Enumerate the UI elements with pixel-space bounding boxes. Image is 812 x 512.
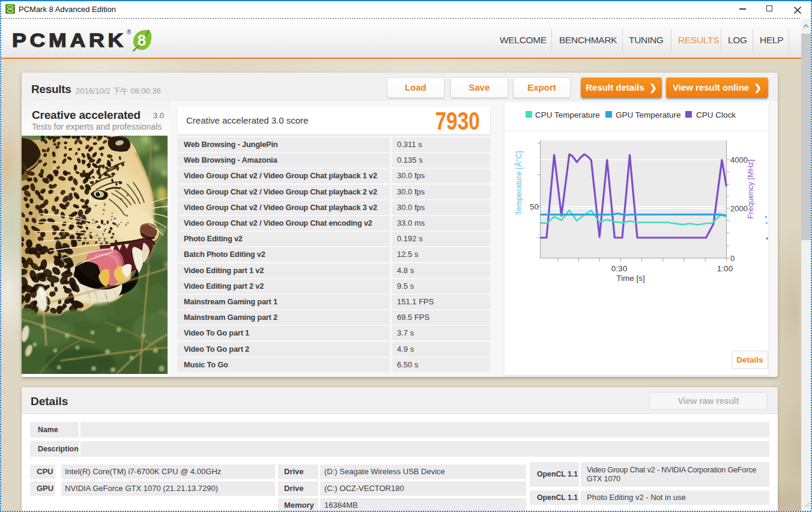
svg-text:Temperature [Â°C]: Temperature [Â°C] <box>514 151 523 215</box>
svg-text:50: 50 <box>530 202 539 211</box>
svg-text:Time [s]: Time [s] <box>616 274 645 283</box>
svg-text:CPU Clock: CPU Clock <box>696 110 736 119</box>
svg-text:4000: 4000 <box>730 155 748 164</box>
svg-text:Frequency [MHz]: Frequency [MHz] <box>746 160 755 219</box>
svg-text:GPU Temperature: GPU Temperature <box>616 110 681 119</box>
svg-text:1:00: 1:00 <box>717 264 733 273</box>
svg-text:CPU Temperature: CPU Temperature <box>535 110 600 119</box>
svg-text:2000: 2000 <box>730 204 748 213</box>
svg-text:0:30: 0:30 <box>611 264 627 273</box>
svg-text:0: 0 <box>730 254 735 263</box>
svg-text:8: 8 <box>138 31 146 49</box>
